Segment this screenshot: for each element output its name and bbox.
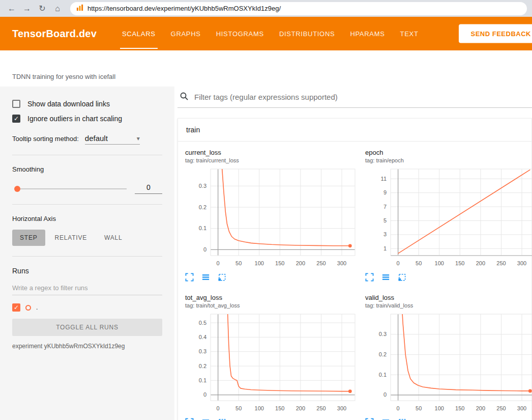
svg-text:100: 100 xyxy=(435,405,444,411)
line-chart-epoch[interactable]: 1357911050100150200250300 xyxy=(365,166,532,269)
chart-tag: tag: train/tot_avg_loss xyxy=(185,302,359,309)
svg-text:50: 50 xyxy=(235,405,242,411)
sidebar-divider xyxy=(12,204,162,205)
chart-toolbar xyxy=(365,273,532,282)
smoothing-value-input[interactable]: 0 xyxy=(135,183,162,194)
svg-text:200: 200 xyxy=(476,260,485,266)
chart-title: current_loss xyxy=(185,149,359,156)
svg-text:0: 0 xyxy=(203,391,206,398)
charts-grid: current_loss tag: train/current_loss 00.… xyxy=(178,142,531,420)
fit-domain-icon[interactable] xyxy=(398,418,406,420)
send-feedback-button[interactable]: SEND FEEDBACK xyxy=(459,24,532,43)
address-bar[interactable]: https://tensorboard.dev/experiment/yKUbh… xyxy=(70,2,527,15)
svg-text:150: 150 xyxy=(275,405,284,411)
expand-icon[interactable] xyxy=(365,273,374,282)
tooltip-sorting-select[interactable]: default ▾ xyxy=(85,134,140,145)
experiment-description: TDNN training for yesno with icefall xyxy=(0,50,532,87)
tab-histograms[interactable]: HISTOGRAMS xyxy=(216,17,264,50)
line-chart-tot-avg-loss[interactable]: 00.10.20.30.40.5050100150200250300 xyxy=(185,311,359,414)
svg-text:50: 50 xyxy=(235,260,242,266)
svg-text:250: 250 xyxy=(316,260,326,266)
tensorboard-favicon xyxy=(76,4,83,13)
chart-card-current-loss: current_loss tag: train/current_loss 00.… xyxy=(185,149,359,282)
svg-text:50: 50 xyxy=(416,260,422,266)
experiment-description-text: TDNN training for yesno with icefall xyxy=(12,73,115,80)
expand-icon[interactable] xyxy=(365,418,374,420)
horizontal-axis-buttons: STEP RELATIVE WALL xyxy=(12,230,162,246)
chart-card-tot-avg-loss: tot_avg_loss tag: train/tot_avg_loss 00.… xyxy=(185,294,359,420)
fit-domain-icon[interactable] xyxy=(218,273,226,282)
tab-hparams[interactable]: HPARAMS xyxy=(350,17,385,50)
svg-text:0: 0 xyxy=(397,260,400,266)
ignore-outliers-checkbox[interactable]: ✓ xyxy=(12,115,20,123)
svg-text:3: 3 xyxy=(383,231,387,237)
toggle-all-runs-button[interactable]: TOGGLE ALL RUNS xyxy=(12,319,162,336)
back-icon[interactable]: ← xyxy=(5,4,18,13)
svg-text:11: 11 xyxy=(381,176,387,182)
svg-text:150: 150 xyxy=(455,260,464,266)
axis-relative-button[interactable]: RELATIVE xyxy=(47,230,95,246)
expand-icon[interactable] xyxy=(185,418,194,420)
run-color-circle-icon[interactable] xyxy=(25,305,31,311)
stacked-lines-icon[interactable] xyxy=(381,418,390,420)
chart-toolbar xyxy=(185,273,359,282)
tooltip-sorting-row: Tooltip sorting method: default ▾ xyxy=(12,134,162,145)
line-chart-valid-loss[interactable]: 00.10.20.3050100150200250300 xyxy=(365,311,532,414)
tab-scalars[interactable]: SCALARS xyxy=(122,17,156,50)
smoothing-slider-thumb[interactable] xyxy=(14,186,20,192)
svg-text:250: 250 xyxy=(316,405,326,411)
svg-text:0.3: 0.3 xyxy=(199,183,206,189)
axis-step-button[interactable]: STEP xyxy=(12,230,45,246)
svg-text:100: 100 xyxy=(255,260,264,266)
smoothing-slider-row: 0 xyxy=(12,183,162,194)
svg-text:0: 0 xyxy=(203,246,206,253)
tooltip-sorting-value: default xyxy=(85,134,108,143)
svg-text:0.3: 0.3 xyxy=(379,331,387,337)
svg-text:0.1: 0.1 xyxy=(379,372,387,378)
svg-text:5: 5 xyxy=(383,217,387,223)
content-area: Show data download links ✓ Ignore outlie… xyxy=(0,87,532,420)
run-checkbox[interactable]: ✓ xyxy=(12,303,20,312)
tag-group-header[interactable]: train xyxy=(178,119,531,142)
chart-tag: tag: train/epoch xyxy=(365,157,532,163)
reload-icon[interactable]: ↻ xyxy=(36,4,49,13)
svg-text:9: 9 xyxy=(383,189,387,195)
main-panel: train current_loss tag: train/current_lo… xyxy=(174,87,532,420)
svg-text:0.1: 0.1 xyxy=(199,225,206,231)
svg-text:300: 300 xyxy=(337,405,346,411)
tab-distributions[interactable]: DISTRIBUTIONS xyxy=(279,17,335,50)
home-icon[interactable]: ⌂ xyxy=(51,4,64,13)
fit-domain-icon[interactable] xyxy=(218,418,226,420)
svg-text:250: 250 xyxy=(496,260,506,266)
tab-graphs[interactable]: GRAPHS xyxy=(171,17,201,50)
tag-filter-input[interactable] xyxy=(193,92,530,102)
show-download-links-label: Show data download links xyxy=(27,100,110,108)
svg-text:1: 1 xyxy=(383,245,387,251)
svg-text:150: 150 xyxy=(275,260,284,266)
tooltip-sorting-label: Tooltip sorting method: xyxy=(12,135,79,143)
svg-text:0: 0 xyxy=(217,405,220,411)
stacked-lines-icon[interactable] xyxy=(201,418,210,420)
show-download-links-checkbox[interactable] xyxy=(12,100,20,108)
axis-wall-button[interactable]: WALL xyxy=(97,230,130,246)
svg-text:200: 200 xyxy=(296,405,305,411)
horizontal-axis-label: Horizontal Axis xyxy=(12,215,162,222)
svg-text:100: 100 xyxy=(255,405,264,411)
tag-group-card: train current_loss tag: train/current_lo… xyxy=(178,118,532,420)
expand-icon[interactable] xyxy=(185,273,194,282)
svg-text:0.2: 0.2 xyxy=(199,204,206,210)
run-list-item: ✓ . xyxy=(12,303,162,312)
stacked-lines-icon[interactable] xyxy=(381,273,390,282)
runs-section-label: Runs xyxy=(12,267,162,275)
nav-tabs: SCALARS GRAPHS HISTOGRAMS DISTRIBUTIONS … xyxy=(122,17,419,50)
smoothing-slider[interactable] xyxy=(15,188,127,189)
fit-domain-icon[interactable] xyxy=(398,273,406,282)
svg-text:150: 150 xyxy=(455,405,464,411)
tab-text[interactable]: TEXT xyxy=(400,17,419,50)
forward-icon[interactable]: → xyxy=(20,4,34,13)
runs-filter-input[interactable] xyxy=(12,281,162,295)
line-chart-current-loss[interactable]: 00.10.20.3050100150200250300 xyxy=(185,166,359,269)
url-text[interactable]: https://tensorboard.dev/experiment/yKUbh… xyxy=(87,5,281,12)
stacked-lines-icon[interactable] xyxy=(201,273,210,282)
chart-card-valid-loss: valid_loss tag: train/valid_loss 00.10.2… xyxy=(365,294,532,420)
